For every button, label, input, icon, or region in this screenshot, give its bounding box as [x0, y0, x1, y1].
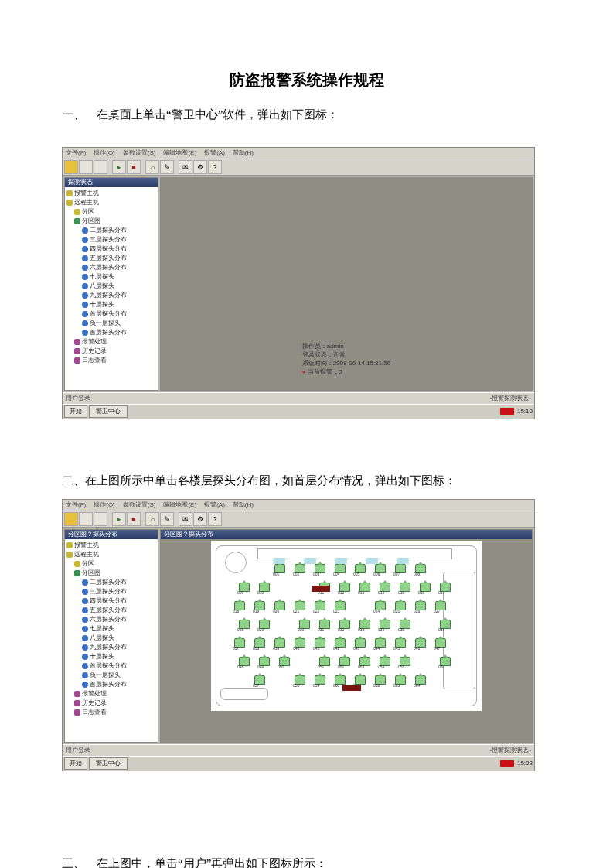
tree-item[interactable]: 报警处理 — [66, 337, 156, 347]
tree-item[interactable]: 首层探头分布 — [66, 680, 156, 689]
tree-item-label: 报警主机 — [74, 541, 99, 550]
menu-item[interactable]: 编辑地图(E) — [163, 150, 196, 156]
tree-item[interactable]: 历史记录 — [66, 699, 156, 708]
tree-item[interactable]: 四层探头分布 — [66, 596, 156, 606]
tree-item[interactable]: 远程主机 — [66, 198, 156, 207]
tree-item[interactable]: 五层探头分布 — [66, 606, 156, 615]
toolbar-button[interactable]: ✎ — [160, 160, 174, 174]
menu-item[interactable]: 操作(O) — [94, 150, 115, 156]
sensor-label: 026 — [414, 610, 420, 613]
menu-item[interactable]: 编辑地图(E) — [163, 502, 196, 508]
sensor-label: 013 — [358, 591, 364, 595]
info-line: 系统时间：2008-06-14 15:31:56 — [302, 359, 390, 367]
start-button[interactable]: 开始 — [64, 757, 87, 770]
toolbar-button[interactable] — [64, 512, 78, 526]
tree-item-label: 首层探头分布 — [90, 661, 127, 671]
sensor-label: 052 — [338, 665, 344, 669]
toolbar-button[interactable]: ■ — [127, 512, 141, 526]
taskbar-app-button[interactable]: 警卫中心 — [89, 405, 128, 418]
tree-item[interactable]: 五层探头分布 — [66, 254, 156, 263]
sensor-label: 007 — [393, 572, 400, 576]
tree-item[interactable]: 分区图 — [66, 569, 156, 578]
tree-item[interactable]: 首层探头分布 — [66, 309, 156, 319]
menu-item[interactable]: 操作(O) — [94, 502, 115, 508]
tree-item[interactable]: 分区图 — [66, 217, 156, 226]
tree-item[interactable]: 九层探头分布 — [66, 643, 156, 652]
tree-item[interactable]: 报警主机 — [66, 541, 156, 550]
toolbar-button[interactable]: ✎ — [160, 512, 174, 526]
tree-item[interactable]: 负一层探头 — [66, 319, 156, 328]
tree-item[interactable]: 报警主机 — [66, 189, 156, 198]
tree-item[interactable]: 负一层探头 — [66, 671, 156, 680]
tree-item[interactable]: 分区 — [66, 559, 156, 569]
sensor-label: 014 — [378, 591, 384, 595]
tree-panel-title: 分区图？探头分布 — [65, 530, 158, 539]
tree-item[interactable]: 首层探头分布 — [66, 661, 156, 671]
toolbar-button[interactable]: ✉ — [179, 160, 192, 174]
tree-icon — [74, 348, 80, 354]
toolbar-button[interactable] — [79, 512, 93, 526]
tree-item[interactable]: 十层探头 — [66, 652, 156, 661]
menu-item[interactable]: 文件(F) — [66, 150, 86, 156]
toolbar-button[interactable]: ⚙ — [193, 512, 207, 526]
sensor-label: 005 — [353, 572, 359, 576]
toolbar-button[interactable]: ? — [208, 160, 222, 174]
toolbar-button[interactable]: ▸ — [112, 160, 126, 174]
tree-item[interactable]: 首层探头分布 — [66, 328, 156, 337]
menu-item[interactable]: 帮助(H) — [233, 150, 254, 156]
menu-item[interactable]: 帮助(H) — [233, 502, 254, 508]
tree-item-label: 六层探头分布 — [90, 263, 127, 272]
menu-item[interactable]: 文件(F) — [66, 502, 86, 508]
sensor-label: 001 — [273, 572, 279, 576]
tree-item[interactable]: 六层探头分布 — [66, 615, 156, 624]
tree-item[interactable]: 远程主机 — [66, 550, 156, 559]
start-button[interactable]: 开始 — [64, 405, 87, 418]
toolbar-button[interactable] — [64, 160, 78, 174]
toolbar-button[interactable]: ✉ — [179, 512, 192, 526]
tree-item[interactable]: 三层探头分布 — [66, 235, 156, 244]
tree-item[interactable]: 七层探头 — [66, 272, 156, 282]
toolbar-button[interactable] — [94, 512, 107, 526]
sensor-label: 008 — [414, 572, 420, 576]
tree-item[interactable]: 八层探头 — [66, 282, 156, 291]
menu-item[interactable]: 报警(A) — [204, 150, 225, 156]
toolbar-button[interactable]: ▸ — [112, 512, 126, 526]
tree-item[interactable]: 日志查看 — [66, 356, 156, 365]
tree-item[interactable]: 日志查看 — [66, 708, 156, 717]
tree-icon — [82, 246, 88, 252]
toolbar-button[interactable]: ? — [208, 512, 222, 526]
tree-item-label: 十层探头 — [90, 652, 114, 661]
tray-clock: 15:02 — [517, 760, 533, 767]
tree-icon — [82, 292, 88, 299]
tree-item[interactable]: 分区 — [66, 207, 156, 217]
menu-item[interactable]: 报警(A) — [204, 502, 225, 508]
tree-icon — [66, 190, 73, 196]
toolbar-button[interactable]: ⚙ — [193, 160, 207, 174]
tree-item[interactable]: 七层探头 — [66, 624, 156, 634]
tree-item[interactable]: 四层探头分布 — [66, 244, 156, 254]
toolbar-button[interactable] — [94, 160, 107, 174]
tree-item[interactable]: 六层探头分布 — [66, 263, 156, 272]
tree-item[interactable]: 三层探头分布 — [66, 587, 156, 596]
tree-item[interactable]: 二层探头分布 — [66, 578, 156, 587]
toolbar-button[interactable]: ⌕ — [145, 512, 159, 526]
taskbar-app-button[interactable]: 警卫中心 — [89, 757, 128, 770]
toolbar-button[interactable]: ⌕ — [145, 160, 159, 174]
toolbar-button[interactable]: ■ — [127, 160, 141, 174]
tree-item[interactable]: 报警处理 — [66, 689, 156, 699]
sensor-label: 044 — [373, 647, 380, 651]
menu-item[interactable]: 参数设置(S) — [123, 502, 156, 508]
tree-item[interactable]: 二层探头分布 — [66, 226, 156, 235]
floor-map: 0010020030040050060070080090100110120130… — [211, 541, 482, 711]
toolbar: ▸ ■ ⌕ ✎ ✉ ⚙ ? — [63, 511, 534, 528]
sensor-label: 022 — [313, 610, 319, 613]
tree-icon — [74, 700, 80, 706]
tree-item[interactable]: 十层探头 — [66, 300, 156, 309]
tree-item[interactable]: 历史记录 — [66, 347, 156, 356]
menu-item[interactable]: 参数设置(S) — [123, 150, 156, 156]
toolbar-button[interactable] — [79, 160, 93, 174]
tree-item[interactable]: 八层探头 — [66, 634, 156, 643]
tree-item-label: 二层探头分布 — [90, 578, 127, 587]
tree-item[interactable]: 九层探头分布 — [66, 291, 156, 300]
tray-clock: 15:10 — [517, 408, 533, 415]
